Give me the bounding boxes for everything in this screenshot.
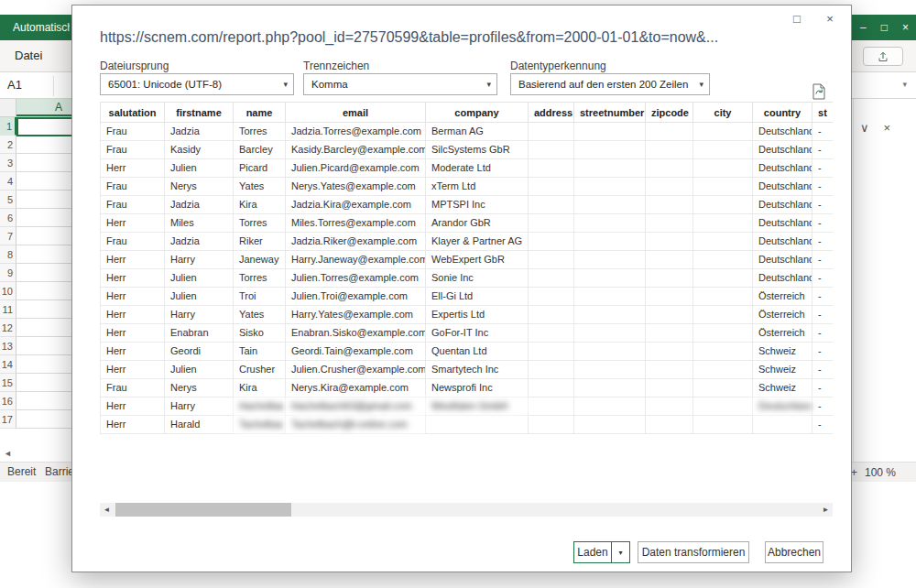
minimize-icon[interactable]: – xyxy=(860,21,867,34)
row-number[interactable]: 5 xyxy=(0,191,16,209)
table-cell: - xyxy=(812,196,834,214)
delimiter-select[interactable]: Komma ▾ xyxy=(303,73,497,95)
table-cell xyxy=(529,233,574,251)
load-button[interactable]: Laden xyxy=(573,541,612,563)
table-row: HerrEnabranSiskoEnabran.Sisko@example.co… xyxy=(101,324,834,343)
dialog-maximize-icon[interactable]: □ xyxy=(787,11,807,27)
table-header-row: salutationfirstnamenameemailcompanyaddre… xyxy=(101,103,834,123)
table-cell xyxy=(646,141,693,159)
chevron-down-icon[interactable]: ▾ xyxy=(902,80,907,89)
row-number[interactable]: 10 xyxy=(0,282,16,300)
autosave-label[interactable]: Automatisches Speichern xyxy=(13,21,70,34)
table-cell: Smartytech Inc xyxy=(426,361,529,379)
table-cell xyxy=(693,416,753,434)
row-number[interactable]: 12 xyxy=(0,319,16,337)
dialog-footer-buttons: Laden ▾ Daten transformieren Abbrechen xyxy=(573,541,823,563)
table-cell: Newsprofi Inc xyxy=(426,379,529,397)
row-number[interactable]: 14 xyxy=(0,355,16,374)
file-tab[interactable]: Datei xyxy=(15,49,42,62)
horizontal-scrollbar[interactable]: ◄ ► xyxy=(100,503,833,517)
table-cell: Julien xyxy=(165,159,234,178)
scroll-right-icon[interactable]: ► xyxy=(819,503,833,517)
maximize-icon[interactable]: □ xyxy=(881,21,888,34)
table-cell: Janeway xyxy=(234,251,286,269)
table-cell: Ell-Gi Ltd xyxy=(426,288,529,306)
table-cell xyxy=(574,178,646,196)
scroll-left-icon[interactable]: ◄ xyxy=(100,503,114,517)
divider xyxy=(53,76,54,96)
table-cell: Deutschland xyxy=(753,251,812,269)
table-cell xyxy=(529,361,574,379)
table-cell: - xyxy=(812,379,834,397)
row-number[interactable]: 4 xyxy=(0,172,16,191)
row-number[interactable]: 1 xyxy=(0,117,16,136)
table-cell: - xyxy=(812,141,834,159)
table-cell: Enabran.Sisko@example.com xyxy=(286,324,426,343)
dialog-close-icon[interactable]: × xyxy=(820,11,840,27)
table-cell: - xyxy=(812,214,834,233)
row-number[interactable]: 7 xyxy=(0,227,16,245)
pane-collapse-icon[interactable]: ∨ xyxy=(860,121,869,135)
table-row: HerrJulienPicardJulien.Picard@example.co… xyxy=(101,159,834,178)
table-cell: Schweiz xyxy=(753,379,812,397)
row-number[interactable]: 6 xyxy=(0,209,16,227)
table-cell xyxy=(693,361,753,379)
table-cell: Frau xyxy=(101,178,165,196)
sheet-scroll-left-icon[interactable]: ◄ xyxy=(4,449,12,458)
row-number[interactable]: 11 xyxy=(0,300,16,319)
row-number[interactable]: 15 xyxy=(0,374,16,392)
table-cell xyxy=(693,141,753,159)
table-cell xyxy=(693,251,753,269)
select-all-corner[interactable] xyxy=(0,99,16,116)
table-cell xyxy=(693,269,753,288)
load-dropdown-icon[interactable]: ▾ xyxy=(612,541,630,563)
file-origin-select[interactable]: 65001: Unicode (UTF-8) ▾ xyxy=(100,73,294,95)
table-cell: Österreich xyxy=(753,306,812,324)
table-cell: Herr xyxy=(101,343,165,361)
scrollbar-thumb[interactable] xyxy=(115,503,291,517)
row-number[interactable]: 2 xyxy=(0,136,16,154)
table-cell: Moderate Ltd xyxy=(426,159,529,178)
table-cell: SilcSystems GbR xyxy=(426,141,529,159)
row-number[interactable]: 9 xyxy=(0,264,16,282)
transform-data-button[interactable]: Daten transformieren xyxy=(638,541,749,563)
table-cell: Geordi.Tain@example.com xyxy=(286,343,426,361)
table-cell: Kira xyxy=(234,379,286,397)
queries-pane: ∨ × xyxy=(853,99,916,462)
column-header: firstname xyxy=(165,103,234,123)
row-number-gutter: 1234567891011121314151617 xyxy=(0,117,16,429)
pane-close-icon[interactable]: × xyxy=(884,121,891,135)
zoom-level[interactable]: 100 % xyxy=(865,466,896,479)
column-header: email xyxy=(286,103,426,123)
name-box[interactable]: A1 xyxy=(7,78,22,92)
row-number[interactable]: 17 xyxy=(0,410,16,429)
row-number[interactable]: 8 xyxy=(0,245,16,264)
table-cell: Nerys xyxy=(165,178,234,196)
share-button[interactable] xyxy=(863,47,903,66)
table-cell xyxy=(693,123,753,141)
table-cell: - xyxy=(812,288,834,306)
data-type-detection-select[interactable]: Basierend auf den ersten 200 Zeilen ▾ xyxy=(510,73,710,95)
table-cell: Hachelbach xyxy=(234,397,286,416)
table-row: HerrJulienTroiJulien.Troi@example.comEll… xyxy=(101,288,834,306)
row-number[interactable]: 13 xyxy=(0,337,16,355)
delimiter-value: Komma xyxy=(311,79,348,90)
refresh-preview-button[interactable] xyxy=(811,83,827,100)
table-cell: Tachelbach xyxy=(234,416,286,434)
table-cell xyxy=(646,324,693,343)
table-cell: Barcley xyxy=(234,141,286,159)
row-number[interactable]: 16 xyxy=(0,392,16,410)
row-number[interactable]: 3 xyxy=(0,154,16,172)
cancel-button[interactable]: Abbrechen xyxy=(765,541,823,563)
table-cell: Herr xyxy=(101,306,165,324)
table-cell xyxy=(693,233,753,251)
table-cell xyxy=(529,343,574,361)
accessibility-status[interactable]: Barrierefreiheit xyxy=(42,465,71,478)
scrollbar-track[interactable] xyxy=(114,503,819,517)
table-cell: Jadzia.Torres@example.com xyxy=(286,123,426,141)
table-cell xyxy=(574,141,646,159)
table-cell: Nerys.Yates@example.com xyxy=(286,178,426,196)
column-header: address xyxy=(529,103,574,123)
close-icon[interactable]: × xyxy=(902,21,909,34)
table-cell xyxy=(693,159,753,178)
